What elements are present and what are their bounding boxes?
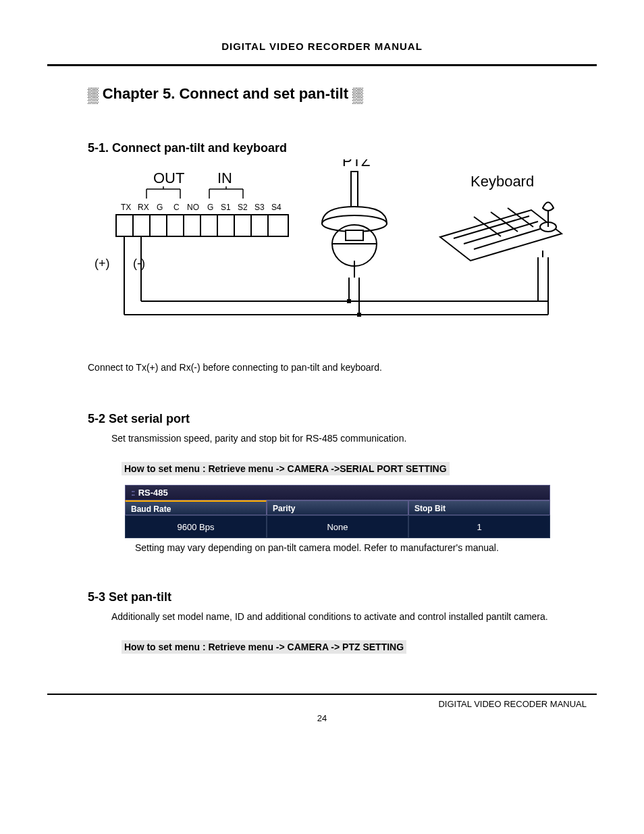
diagram-terminal-labels: TX RX G C NO G S1 S2 S3 S4: [121, 203, 281, 212]
svg-point-37: [322, 215, 387, 232]
chapter-deco-right-icon: ▒: [352, 86, 363, 104]
rs485-col-parity: Parity: [267, 500, 408, 515]
section-5-3-title: 5-3 Set pan-tilt: [88, 590, 597, 604]
diagram-ptz-camera-icon: [322, 172, 387, 278]
rs485-col-stopbit: Stop Bit: [408, 500, 550, 515]
rs485-title-text: RS-485: [138, 488, 168, 498]
section-5-2-caption: Setting may vary depending on pan-tilt c…: [135, 542, 597, 553]
svg-rect-38: [346, 230, 363, 240]
page-number: 24: [47, 713, 597, 723]
section-5-3-desc: Additionally set model name, ID and addi…: [111, 608, 597, 625]
rs485-val-stopbit: 1: [408, 515, 550, 538]
connection-diagram: .lbl{font:18px Arial;} .bg{font:22px Ari…: [76, 159, 568, 342]
svg-rect-18: [116, 215, 288, 236]
svg-text:S1: S1: [221, 203, 231, 212]
chapter-title-text: Chapter 5. Connect and set pan-tilt: [103, 85, 348, 102]
diagram-out-label: OUT: [153, 170, 184, 186]
footer-text: DIGITAL VIDEO RECODER MANUAL: [47, 699, 587, 709]
section-5-2-desc: Set transmission speed, parity and stop …: [111, 430, 597, 447]
rs485-title-icon: ::: [131, 488, 134, 498]
page-header: DIGITAL VIDEO RECORDER MANUAL: [47, 41, 597, 66]
diagram-junction: [347, 299, 351, 303]
svg-text:S2: S2: [238, 203, 248, 212]
svg-text:S4: S4: [271, 203, 281, 212]
section-5-2-title: 5-2 Set serial port: [88, 412, 597, 426]
diagram-keyboard-icon: [440, 203, 562, 261]
diagram-plus-label: (+): [95, 257, 110, 270]
section-5-3-menu-path: How to set menu : Retrieve menu -> CAMER…: [122, 640, 406, 654]
diagram-bracket-out: [146, 186, 180, 199]
diagram-terminal-block: [116, 215, 288, 236]
chapter-title: ▒ Chapter 5. Connect and set pan-tilt ▒: [88, 85, 597, 104]
svg-text:C: C: [173, 203, 180, 212]
svg-text:RX: RX: [138, 203, 149, 212]
rs485-title-bar: ::RS-485: [125, 485, 550, 500]
rs485-settings-table: ::RS-485 Baud Rate Parity Stop Bit 9600 …: [125, 485, 550, 538]
chapter-deco-left-icon: ▒: [88, 86, 99, 104]
diagram-bracket-in: [209, 186, 243, 199]
section-5-2-menu-path: How to set menu : Retrieve menu -> CAMER…: [122, 462, 450, 475]
section-5-1-note: Connect to Tx(+) and Rx(-) before connec…: [88, 361, 597, 375]
rs485-val-baud: 9600 Bps: [125, 515, 267, 538]
diagram-in-label: IN: [217, 170, 232, 186]
diagram-keyboard-label: Keyboard: [471, 173, 534, 190]
diagram-junction: [357, 313, 361, 317]
rs485-col-baud: Baud Rate: [125, 500, 267, 515]
section-5-1-title: 5-1. Connect pan-tilt and keyboard: [88, 141, 597, 155]
svg-text:S3: S3: [254, 203, 265, 212]
svg-rect-36: [351, 172, 358, 209]
svg-text:G: G: [207, 203, 213, 212]
diagram-minus-label: (-): [133, 257, 145, 270]
svg-text:G: G: [157, 203, 163, 212]
svg-text:TX: TX: [121, 203, 131, 212]
svg-text:NO: NO: [187, 203, 199, 212]
footer-rule: [47, 694, 597, 695]
rs485-val-parity: None: [267, 515, 408, 538]
diagram-ptz-label: PTZ: [342, 159, 371, 170]
diagram-wiring: [124, 257, 548, 315]
